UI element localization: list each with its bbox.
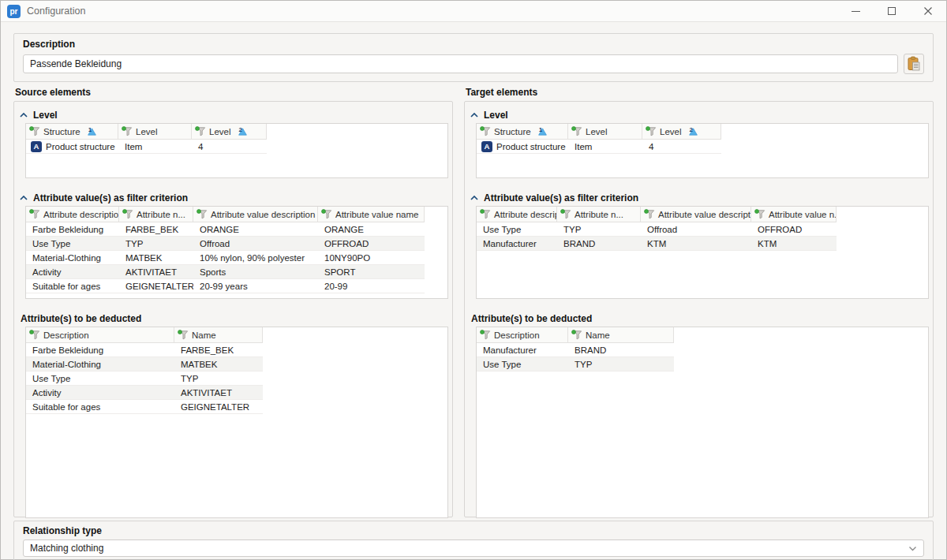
table-row[interactable]: Use TypeTYP <box>477 357 674 371</box>
column-header-attribute-n[interactable]: Attribute n... <box>119 207 193 222</box>
table-row[interactable]: Suitable for agesGEIGNETALTER20-99 years… <box>26 279 425 293</box>
target-level-header[interactable]: Level <box>468 106 930 123</box>
column-header-label: Level <box>586 127 608 136</box>
column-header-description[interactable]: Description <box>477 327 568 342</box>
filter-funnel-icon[interactable] <box>321 209 332 219</box>
table-row[interactable]: Material-ClothingMATBEK10% nylon, 90% po… <box>26 251 425 265</box>
sort-indicator: 2 <box>238 128 247 136</box>
column-header-level[interactable]: Level <box>568 124 642 139</box>
close-button[interactable] <box>910 1 946 21</box>
column-header-attribute-value-name[interactable]: Attribute value name <box>318 207 425 222</box>
table-header-row: Structure1LevelLevel2 <box>26 124 267 140</box>
target-deducted-header: Attribute(s) to be deducted <box>468 309 930 327</box>
table-row[interactable]: ManufacturerBRANDKTMKTM <box>477 237 837 251</box>
filter-funnel-icon[interactable] <box>195 126 206 136</box>
source-deducted-title: Attribute(s) to be deducted <box>21 313 141 324</box>
filter-funnel-icon[interactable] <box>480 126 491 136</box>
column-header-name[interactable]: Name <box>568 327 674 342</box>
source-filter-header[interactable]: Attribute value(s) as filter criterion <box>17 189 449 206</box>
table-cell: Use Type <box>26 237 119 250</box>
filter-funnel-icon[interactable] <box>29 126 40 136</box>
sort-indicator: 1 <box>88 128 96 136</box>
column-header-level[interactable]: Level2 <box>642 124 721 139</box>
cell-text: ORANGE <box>200 225 239 234</box>
table-row[interactable]: Use TypeTYP <box>26 371 263 386</box>
cell-text: Manufacturer <box>483 239 537 248</box>
table-row[interactable]: ActivityAKTIVITAET <box>26 386 263 400</box>
table-row[interactable]: AProduct structureItem4 <box>26 140 267 154</box>
cell-text: Material-Clothing <box>32 360 101 369</box>
cell-text: TYP <box>575 360 592 369</box>
filter-funnel-icon[interactable] <box>29 330 40 340</box>
table-row[interactable]: Farbe BekleidungFARBE_BEK <box>26 343 263 357</box>
minimize-button[interactable] <box>837 1 874 21</box>
filter-funnel-icon[interactable] <box>480 330 491 340</box>
elements-columns: Source elements Level Structure1LevelLev… <box>13 87 934 517</box>
table-cell: Activity <box>26 386 174 399</box>
target-filter-header[interactable]: Attribute value(s) as filter criterion <box>468 189 930 206</box>
table-cell: Activity <box>26 265 119 278</box>
table-cell: 10NY90PO <box>318 251 425 264</box>
filter-funnel-icon[interactable] <box>571 126 582 136</box>
table-row[interactable]: ManufacturerBRAND <box>477 343 674 357</box>
description-input[interactable] <box>23 54 898 73</box>
cell-text: 10NY90PO <box>324 253 370 263</box>
table-cell: BRAND <box>557 237 641 250</box>
column-header-structure[interactable]: Structure1 <box>477 124 568 139</box>
chevron-up-icon <box>20 113 28 118</box>
column-header-description[interactable]: Description <box>26 327 174 342</box>
filter-funnel-icon[interactable] <box>571 330 582 340</box>
column-header-label: Level <box>660 127 682 136</box>
column-header-level[interactable]: Level <box>118 124 192 139</box>
table-row[interactable]: Suitable for agesGEIGNETALTER <box>26 400 263 414</box>
table-row[interactable]: Use TypeTYPOffroadOFFROAD <box>477 222 837 237</box>
column-header-structure[interactable]: Structure1 <box>26 124 118 139</box>
table-cell: Suitable for ages <box>26 400 174 413</box>
column-header-attribute-value-description[interactable]: Attribute value description <box>193 207 318 222</box>
table-cell: MATBEK <box>174 357 263 371</box>
source-deducted-header: Attribute(s) to be deducted <box>17 309 449 327</box>
maximize-icon <box>888 7 896 15</box>
table-row[interactable]: Use TypeTYPOffroadOFFROAD <box>26 237 425 251</box>
table-header-row: Attribute descriptionAttribute n...Attri… <box>477 207 837 222</box>
filter-funnel-icon[interactable] <box>644 209 655 219</box>
column-header-label: Name <box>192 330 216 340</box>
filter-funnel-icon[interactable] <box>122 126 133 136</box>
maximize-button[interactable] <box>874 1 910 21</box>
table-row[interactable]: Farbe BekleidungFARBE_BEKORANGEORANGE <box>26 222 425 237</box>
cell-text: 4 <box>198 142 203 151</box>
chevron-up-icon <box>470 113 478 118</box>
relationship-type-select[interactable]: Matching clothing <box>23 539 924 557</box>
table-cell: KTM <box>641 237 751 250</box>
column-header-attribute-n[interactable]: Attribute n... <box>557 207 641 222</box>
column-header-level[interactable]: Level2 <box>192 124 267 139</box>
cell-text: KTM <box>758 239 777 248</box>
filter-funnel-icon[interactable] <box>122 209 133 219</box>
column-header-attribute-value-description[interactable]: Attribute value description <box>641 207 751 222</box>
filter-funnel-icon[interactable] <box>29 209 40 219</box>
filter-funnel-icon[interactable] <box>754 209 765 219</box>
column-header-attribute-description[interactable]: Attribute description <box>26 207 119 222</box>
column-header-attribute-value-n[interactable]: Attribute value n... <box>751 207 837 222</box>
column-header-name[interactable]: Name <box>174 327 263 342</box>
table-cell: TYP <box>119 237 193 250</box>
cell-text: MATBEK <box>125 253 162 263</box>
column-header-label: Attribute value name <box>335 210 418 219</box>
table-cell: Use Type <box>477 357 568 371</box>
paste-button[interactable] <box>904 54 924 74</box>
cell-text: Product structure <box>496 142 566 151</box>
filter-funnel-icon[interactable] <box>178 330 189 340</box>
table-row[interactable]: Material-ClothingMATBEK <box>26 357 263 371</box>
structure-a-icon: A <box>31 141 42 152</box>
table-row[interactable]: AProduct structureItem4 <box>477 140 721 154</box>
source-level-header[interactable]: Level <box>17 106 449 123</box>
filter-funnel-icon[interactable] <box>560 209 571 219</box>
sort-indicator: 2 <box>689 128 698 136</box>
table-row[interactable]: ActivityAKTIVITAETSportsSPORT <box>26 265 425 279</box>
table-columns-region: Attribute descriptionAttribute n...Attri… <box>477 207 837 251</box>
filter-funnel-icon[interactable] <box>646 126 657 136</box>
filter-funnel-icon[interactable] <box>480 209 491 219</box>
filter-funnel-icon[interactable] <box>197 209 208 219</box>
cell-text: 4 <box>649 142 653 151</box>
column-header-attribute-description[interactable]: Attribute description <box>477 207 557 222</box>
